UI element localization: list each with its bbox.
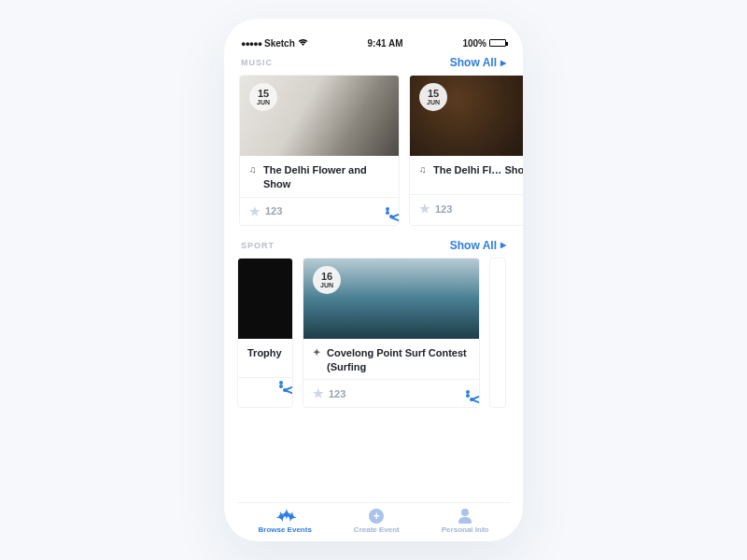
- phone-frame: ●●●●● Sketch 9:41 AM 100% MUSIC Show All…: [224, 19, 523, 541]
- event-title: The Delhi Fl… Show: [433, 163, 523, 177]
- event-thumb: [238, 259, 292, 339]
- sport-carousel[interactable]: Trophy 16 JUN ✦: [237, 258, 510, 409]
- music-carousel[interactable]: 15 JUN ♫ The Delhi Flower and Show ★ 123: [237, 75, 510, 226]
- music-show-all-button[interactable]: Show All ▶: [450, 56, 506, 69]
- show-all-label: Show All: [450, 239, 497, 252]
- event-title: The Delhi Flower and Show: [263, 163, 389, 191]
- show-all-label: Show All: [450, 56, 497, 69]
- card-body: ♫ The Delhi Flower and Show: [240, 156, 399, 198]
- card-footer: ★ 123: [410, 195, 523, 222]
- music-note-icon: ♫: [419, 163, 429, 177]
- star-count[interactable]: ★ 123: [419, 202, 452, 216]
- card-body: ✦ Covelong Point Surf Contest (Surfing: [303, 339, 479, 381]
- tab-label: Create Event: [354, 525, 400, 534]
- chevron-right-icon: ▶: [500, 59, 506, 67]
- event-title: Trophy: [247, 346, 282, 360]
- status-bar: ●●●●● Sketch 9:41 AM 100%: [237, 35, 510, 50]
- star-icon: ★: [249, 204, 261, 218]
- person-icon: [458, 509, 472, 524]
- tab-create-event[interactable]: + Create Event: [354, 509, 400, 534]
- music-note-icon: ♫: [249, 163, 259, 191]
- star-count[interactable]: ★ 123: [313, 386, 345, 400]
- sport-show-all-button[interactable]: Show All ▶: [450, 239, 506, 252]
- sport-section-header: SPORT Show All ▶: [237, 239, 510, 252]
- event-thumb: 16 JUN: [303, 259, 479, 339]
- status-time: 9:41 AM: [367, 38, 402, 49]
- sport-card[interactable]: 16 JUN ✦ Covelong Point Surf Contest (Su…: [303, 258, 480, 409]
- tab-label: Browse Events: [259, 525, 312, 534]
- music-card[interactable]: 15 JUN ♫ The Delhi Flower and Show ★ 123: [239, 75, 400, 226]
- tab-personal-info[interactable]: Personal Info: [442, 509, 489, 534]
- card-footer: ★ 123: [303, 380, 479, 407]
- sport-label: SPORT: [241, 241, 275, 250]
- card-body: ♫ The Delhi Fl… Show: [410, 156, 523, 195]
- date-badge: 15 JUN: [419, 83, 447, 111]
- music-card[interactable]: 15 JUN ♫ The Delhi Fl… Show ★ 123: [409, 75, 523, 226]
- event-thumb: 15 JUN: [240, 76, 399, 156]
- signal-dots-icon: ●●●●●: [241, 39, 261, 49]
- tab-label: Personal Info: [442, 525, 489, 534]
- status-right: 100%: [462, 38, 506, 49]
- status-left: ●●●●● Sketch: [241, 38, 308, 49]
- card-footer: ★ 123: [240, 198, 399, 225]
- carrier-label: Sketch: [264, 38, 295, 49]
- chevron-right-icon: ▶: [500, 241, 506, 249]
- tab-bar: ✦✦✦ Browse Events + Create Event Persona…: [237, 502, 510, 536]
- date-badge: 16 JUN: [313, 266, 341, 294]
- sport-card-fragment[interactable]: Trophy: [237, 258, 293, 409]
- battery-icon: [489, 39, 506, 47]
- music-section-header: MUSIC Show All ▶: [237, 56, 510, 69]
- star-icon: ★: [313, 386, 324, 400]
- battery-label: 100%: [462, 38, 486, 49]
- event-title: Covelong Point Surf Contest (Surfing: [327, 346, 470, 374]
- sport-card-fragment[interactable]: [489, 258, 506, 409]
- star-icon: ★: [419, 202, 430, 216]
- plus-circle-icon: +: [369, 509, 384, 524]
- event-thumb: 15 JUN: [410, 76, 523, 156]
- music-label: MUSIC: [241, 58, 273, 67]
- tab-browse-events[interactable]: ✦✦✦ Browse Events: [259, 509, 312, 534]
- wifi-icon: [298, 38, 308, 49]
- card-footer: [238, 378, 292, 391]
- date-badge: 15 JUN: [249, 83, 277, 111]
- fireworks-icon: ✦✦✦: [276, 509, 293, 524]
- card-body: Trophy: [238, 339, 292, 378]
- star-count[interactable]: ★ 123: [249, 204, 282, 218]
- sport-icon: ✦: [313, 346, 322, 374]
